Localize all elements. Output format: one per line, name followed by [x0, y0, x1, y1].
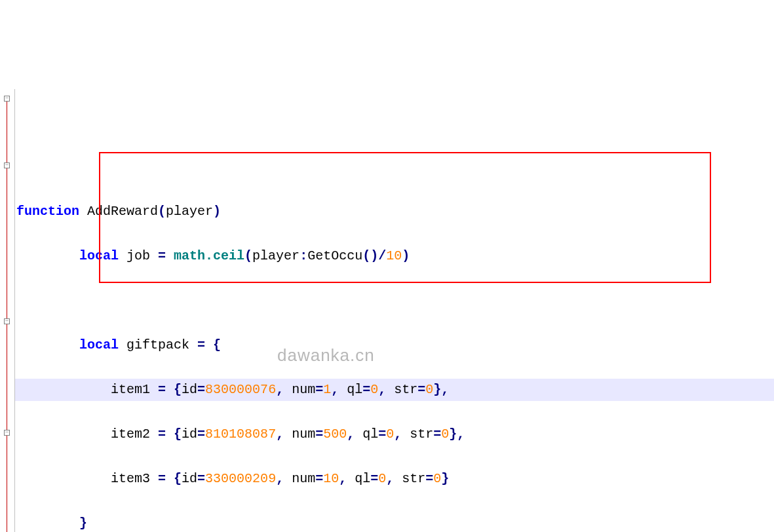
fold-icon[interactable] [4, 96, 10, 102]
fold-gutter [0, 89, 15, 532]
code-line: item2 = {id=810108087, num=500, ql=0, st… [16, 423, 774, 446]
code-line: local job = math.ceil(player:GetOccu()/1… [16, 245, 774, 267]
code-editor[interactable]: dawanka.cn function AddReward(player) lo… [0, 89, 774, 532]
code-line: } [16, 512, 774, 532]
code-line: item3 = {id=330000209, num=10, ql=0, str… [16, 468, 774, 490]
code-line: function AddReward(player) [16, 200, 774, 223]
code-line: local giftpack = { [16, 334, 774, 356]
code-line: item1 = {id=830000076, num=1, ql=0, str=… [16, 379, 774, 401]
fold-icon[interactable] [4, 430, 10, 436]
fold-icon[interactable] [4, 162, 10, 168]
fold-icon[interactable] [4, 318, 10, 324]
code-area[interactable]: dawanka.cn function AddReward(player) lo… [15, 89, 774, 532]
